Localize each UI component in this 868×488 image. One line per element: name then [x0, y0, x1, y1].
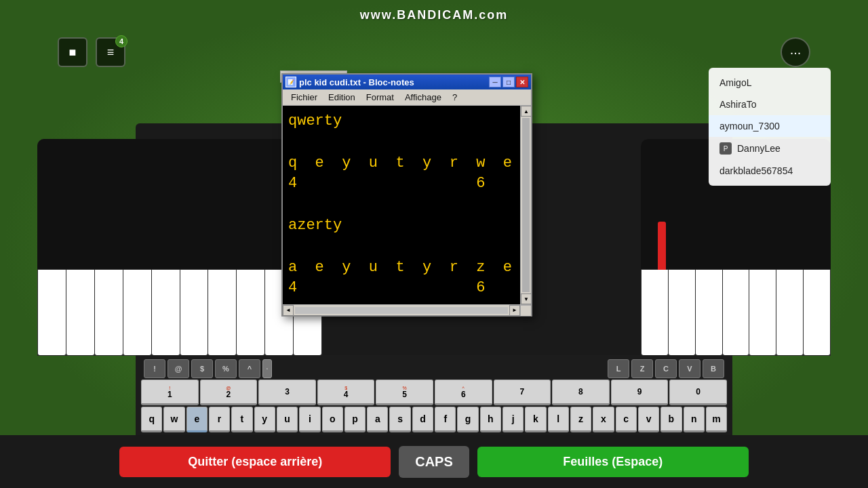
player-item: P DannyLee: [709, 137, 831, 160]
vertical-scrollbar[interactable]: ▲ ▼: [520, 106, 531, 304]
stop-icon: ■: [69, 45, 77, 60]
notifications-button[interactable]: ≡ 4: [96, 37, 125, 67]
stop-icon-button[interactable]: ■: [58, 37, 87, 67]
key-d[interactable]: d: [412, 407, 433, 432]
menu-button[interactable]: ···: [781, 37, 810, 67]
ellipsis-icon: ···: [790, 45, 802, 60]
key-r[interactable]: r: [209, 407, 230, 432]
key-m[interactable]: m: [706, 407, 727, 432]
key-q[interactable]: q: [141, 407, 162, 432]
menu-affichage[interactable]: Affichage: [399, 91, 447, 104]
notepad-titlebar: 📝 plc kid cudi.txt - Bloc-notes ─ □ ✕: [283, 75, 531, 89]
key-u[interactable]: u: [277, 407, 298, 432]
maximize-button[interactable]: □: [502, 77, 515, 87]
top-left-icons: ■ ≡ 4: [58, 37, 125, 67]
key-j[interactable]: j: [502, 407, 524, 432]
key-0[interactable]: 0: [669, 380, 727, 405]
scroll-h-track[interactable]: [295, 307, 508, 314]
key-6[interactable]: ^ 6: [435, 380, 492, 405]
special-key-C[interactable]: C: [655, 359, 677, 378]
notepad-content-area: qwerty q e y u t y r w e 4 6 azerty a e …: [283, 106, 531, 304]
special-symbols-row: ! @ $ % ^ · L Z C V B: [138, 359, 730, 378]
key-b[interactable]: b: [660, 407, 682, 432]
key-y[interactable]: y: [254, 407, 275, 432]
key-k[interactable]: k: [525, 407, 546, 432]
dot-key[interactable]: ·: [262, 359, 272, 378]
keyboard-display: ! @ $ % ^ · L Z C V B ! 1 @ 2 3 $: [136, 355, 732, 435]
menu-help[interactable]: ?: [447, 91, 462, 104]
list-icon: ≡: [107, 45, 115, 60]
letter-row-1: q w e r t y u i o p a s d f g h j k l z …: [138, 407, 730, 432]
notepad-window-title: plc kid cudi.txt - Bloc-notes: [299, 77, 486, 87]
menu-format[interactable]: Format: [361, 91, 399, 104]
key-3[interactable]: 3: [258, 380, 316, 405]
scroll-left-arrow[interactable]: ◄: [283, 305, 294, 316]
special-key-Z[interactable]: Z: [631, 359, 653, 378]
key-1[interactable]: ! 1: [141, 380, 199, 405]
player-list: AmigoL AshiraTo aymoun_7300 P DannyLee d…: [709, 68, 831, 186]
player-item: AmigoL: [709, 72, 831, 94]
key-2[interactable]: @ 2: [200, 380, 258, 405]
notepad-app-icon: 📝: [285, 77, 296, 87]
key-a[interactable]: a: [367, 407, 388, 432]
key-4[interactable]: $ 4: [317, 380, 375, 405]
key-o[interactable]: o: [322, 407, 343, 432]
key-f[interactable]: f: [435, 407, 456, 432]
key-i[interactable]: i: [299, 407, 320, 432]
key-e[interactable]: e: [186, 407, 208, 432]
scroll-corner: [520, 305, 531, 316]
horizontal-scrollbar[interactable]: ◄ ►: [283, 304, 531, 315]
key-8[interactable]: 8: [552, 380, 610, 405]
scroll-thumb[interactable]: [522, 118, 530, 292]
menu-edition[interactable]: Edition: [323, 91, 361, 104]
key-w[interactable]: w: [163, 407, 184, 432]
feuilles-button[interactable]: Feuilles (Espace): [477, 447, 749, 477]
watermark: www.BANDICAM.com: [360, 8, 508, 22]
caps-button[interactable]: CAPS: [399, 446, 469, 478]
key-z[interactable]: z: [570, 407, 591, 432]
scroll-right-arrow[interactable]: ►: [509, 305, 520, 316]
player-name: DannyLee: [737, 143, 781, 154]
key-t[interactable]: t: [231, 407, 252, 432]
scroll-up-arrow[interactable]: ▲: [521, 106, 532, 117]
key-s[interactable]: s: [389, 407, 410, 432]
number-row: ! 1 @ 2 3 $ 4 % 5 ^ 6 7 8: [138, 380, 730, 405]
key-g[interactable]: g: [457, 407, 478, 432]
key-x[interactable]: x: [593, 407, 614, 432]
key-l[interactable]: l: [548, 407, 569, 432]
notepad-text: qwerty q e y u t y r w e 4 6 azerty a e …: [288, 111, 517, 299]
notepad-content[interactable]: qwerty q e y u t y r w e 4 6 azerty a e …: [283, 106, 531, 304]
special-key-caret[interactable]: ^: [239, 359, 260, 378]
key-9[interactable]: 9: [611, 380, 669, 405]
scroll-down-arrow[interactable]: ▼: [521, 293, 532, 304]
special-key-percent[interactable]: %: [215, 359, 237, 378]
player-name: darkblade567854: [719, 165, 793, 176]
key-n[interactable]: n: [684, 407, 705, 432]
key-p[interactable]: p: [344, 407, 366, 432]
key-7[interactable]: 7: [494, 380, 551, 405]
key-h[interactable]: h: [480, 407, 501, 432]
player-icon: P: [719, 142, 732, 155]
special-key-V[interactable]: V: [679, 359, 701, 378]
quit-button[interactable]: Quitter (espace arrière): [119, 447, 391, 477]
notepad-menubar: Fichier Edition Format Affichage ?: [283, 89, 531, 106]
special-key-B[interactable]: B: [703, 359, 724, 378]
key-5[interactable]: % 5: [376, 380, 433, 405]
menu-fichier[interactable]: Fichier: [285, 91, 323, 104]
notepad-window: 📝 plc kid cudi.txt - Bloc-notes ─ □ ✕ Fi…: [281, 73, 532, 317]
special-key-dollar[interactable]: $: [191, 359, 213, 378]
special-key-at[interactable]: @: [167, 359, 189, 378]
player-item: AshiraTo: [709, 94, 831, 115]
player-item: darkblade567854: [709, 160, 831, 182]
window-controls: ─ □ ✕: [489, 77, 528, 87]
special-key-L[interactable]: L: [608, 359, 629, 378]
key-c[interactable]: c: [616, 407, 637, 432]
special-key-exclaim[interactable]: !: [144, 359, 165, 378]
minimize-button[interactable]: ─: [489, 77, 501, 87]
close-button[interactable]: ✕: [516, 77, 528, 87]
key-v[interactable]: v: [638, 407, 659, 432]
player-name: AshiraTo: [719, 99, 756, 110]
notification-badge: 4: [115, 35, 127, 47]
player-name: AmigoL: [719, 77, 751, 88]
player-name: aymoun_7300: [719, 121, 780, 131]
